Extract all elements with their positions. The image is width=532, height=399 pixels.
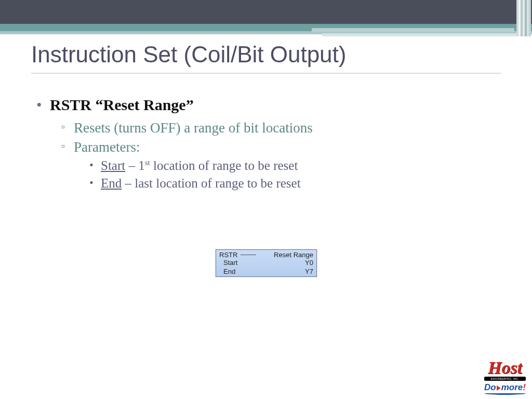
instruction-row-value: Y0: [305, 259, 313, 267]
content-area: RSTR “Reset Range” Resets (turns OFF) a …: [36, 96, 501, 194]
slide: Instruction Set (Coil/Bit Output) RSTR “…: [0, 0, 532, 399]
logo-exclaim: !: [523, 382, 526, 392]
param-end-rest: – last location of range to be reset: [122, 176, 300, 190]
instruction-row-value: Y7: [305, 268, 313, 275]
logo-host-text: Host: [488, 358, 522, 377]
instruction-row: Start Y0: [216, 259, 316, 268]
logo-more: more: [501, 382, 523, 392]
param-start-sep: – 1: [125, 158, 145, 172]
param-end: End – last location of range to be reset: [89, 176, 501, 191]
instruction-box: RSTR Reset Range Start Y0 End Y7: [216, 249, 317, 277]
param-end-label: End: [101, 176, 122, 190]
param-start: Start – 1st location of range to be rese…: [89, 158, 501, 173]
logo-domore: Domore!: [484, 382, 526, 392]
instruction-box-header: RSTR Reset Range: [216, 250, 316, 259]
instruction-name: Reset Range: [274, 251, 313, 259]
param-start-rest: location of range to be reset: [150, 158, 298, 172]
edge-stripe: [529, 0, 531, 36]
instruction-mnemonic: RSTR: [219, 251, 237, 259]
bullet-main: RSTR “Reset Range”: [36, 96, 501, 114]
instruction-row: End Y7: [216, 268, 316, 276]
param-start-label: Start: [101, 158, 125, 172]
slide-title: Instruction Set (Coil/Bit Output): [31, 42, 346, 68]
header-accent-b: [322, 33, 520, 36]
footer-logo: Host ENGINEERING, INC. Domore!: [484, 362, 526, 395]
header-bar-dark: [0, 0, 532, 24]
logo-band-text: ENGINEERING, INC.: [484, 377, 526, 381]
title-underline: [31, 73, 501, 74]
logo-do: Do: [484, 382, 496, 392]
instruction-row-label: Start: [223, 259, 237, 267]
bullet-sub-params: Parameters:: [61, 139, 501, 155]
instruction-divider: [241, 255, 256, 255]
instruction-row-label: End: [223, 268, 235, 275]
bullet-sub-desc: Resets (turns OFF) a range of bit locati…: [61, 120, 501, 136]
header-accent-a: [312, 28, 514, 32]
param-start-sup: st: [145, 158, 150, 167]
play-icon: [497, 385, 501, 391]
